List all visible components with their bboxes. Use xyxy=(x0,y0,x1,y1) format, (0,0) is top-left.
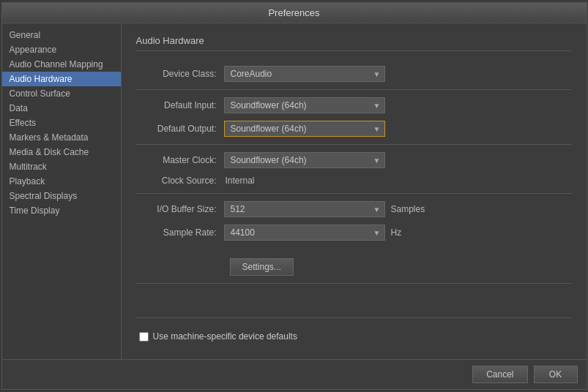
buffer-rate-section: I/O Buffer Size: 512 ▼ Samples Sample Ra… xyxy=(136,194,572,284)
default-input-select-wrap: Soundflower (64ch) ▼ xyxy=(224,97,385,113)
sample-rate-select[interactable]: 44100 xyxy=(224,225,385,241)
sidebar: General Appearance Audio Channel Mapping… xyxy=(2,23,122,359)
buffer-size-label: I/O Buffer Size: xyxy=(136,204,224,214)
device-class-select-wrap: CoreAudio ▼ xyxy=(224,66,385,82)
device-class-section: Device Class: CoreAudio ▼ xyxy=(136,59,572,90)
machine-specific-checkbox[interactable] xyxy=(139,332,149,342)
sidebar-item-general[interactable]: General xyxy=(2,28,121,42)
bottom-section: Use machine-specific device defaults xyxy=(136,317,572,347)
panel-title: Audio Hardware xyxy=(136,35,572,51)
sidebar-item-playback[interactable]: Playback xyxy=(2,174,121,189)
master-clock-label: Master Clock: xyxy=(136,155,224,165)
default-output-select-wrap: Soundflower (64ch) ▼ xyxy=(224,121,385,137)
default-output-select[interactable]: Soundflower (64ch) xyxy=(224,121,385,137)
buffer-size-row: I/O Buffer Size: 512 ▼ Samples xyxy=(136,201,572,217)
ok-button[interactable]: OK xyxy=(534,366,578,383)
clock-section: Master Clock: Soundflower (64ch) ▼ Clock… xyxy=(136,145,572,194)
sidebar-item-audio-channel-mapping[interactable]: Audio Channel Mapping xyxy=(2,57,121,72)
device-class-label: Device Class: xyxy=(136,69,224,79)
clock-source-value: Internal xyxy=(224,176,255,186)
device-class-select[interactable]: CoreAudio xyxy=(224,66,385,82)
sample-rate-select-wrap: 44100 ▼ xyxy=(224,225,385,241)
title-bar: Preferences xyxy=(2,3,587,23)
preferences-dialog: Preferences General Appearance Audio Cha… xyxy=(1,2,587,390)
input-output-section: Default Input: Soundflower (64ch) ▼ Defa… xyxy=(136,90,572,145)
sample-rate-row: Sample Rate: 44100 ▼ Hz xyxy=(136,225,572,241)
sidebar-item-spectral-displays[interactable]: Spectral Displays xyxy=(2,189,121,203)
machine-specific-label: Use machine-specific device defaults xyxy=(153,331,297,342)
settings-button[interactable]: Settings... xyxy=(230,258,294,276)
default-output-row: Default Output: Soundflower (64ch) ▼ xyxy=(136,121,572,137)
clock-source-label: Clock Source: xyxy=(136,176,224,186)
sample-rate-unit: Hz xyxy=(391,227,402,238)
sample-rate-label: Sample Rate: xyxy=(136,227,224,238)
sidebar-item-effects[interactable]: Effects xyxy=(2,116,121,130)
buffer-size-select-wrap: 512 ▼ xyxy=(224,201,385,217)
master-clock-row: Master Clock: Soundflower (64ch) ▼ xyxy=(136,152,572,168)
sidebar-item-data[interactable]: Data xyxy=(2,101,121,116)
checkbox-row: Use machine-specific device defaults xyxy=(136,325,572,347)
master-clock-select[interactable]: Soundflower (64ch) xyxy=(224,152,385,168)
content-area: General Appearance Audio Channel Mapping… xyxy=(2,23,587,359)
default-output-label: Default Output: xyxy=(136,124,224,134)
clock-source-row: Clock Source: Internal xyxy=(136,176,572,186)
spacer xyxy=(136,284,572,317)
default-input-label: Default Input: xyxy=(136,100,224,110)
main-panel: Audio Hardware Device Class: CoreAudio ▼… xyxy=(122,23,587,359)
sidebar-item-appearance[interactable]: Appearance xyxy=(2,42,121,57)
default-input-row: Default Input: Soundflower (64ch) ▼ xyxy=(136,97,572,113)
cancel-button[interactable]: Cancel xyxy=(472,366,527,383)
sidebar-item-control-surface[interactable]: Control Surface xyxy=(2,86,121,101)
sidebar-item-media-disk-cache[interactable]: Media & Disk Cache xyxy=(2,145,121,159)
sidebar-item-markers-metadata[interactable]: Markers & Metadata xyxy=(2,130,121,145)
dialog-title: Preferences xyxy=(268,7,319,18)
buffer-unit: Samples xyxy=(391,204,425,214)
sidebar-item-audio-hardware[interactable]: Audio Hardware xyxy=(2,72,121,86)
buffer-size-select[interactable]: 512 xyxy=(224,201,385,217)
master-clock-select-wrap: Soundflower (64ch) ▼ xyxy=(224,152,385,168)
dialog-footer: Cancel OK xyxy=(2,359,587,389)
default-input-select[interactable]: Soundflower (64ch) xyxy=(224,97,385,113)
sidebar-item-multitrack[interactable]: Multitrack xyxy=(2,159,121,174)
device-class-row: Device Class: CoreAudio ▼ xyxy=(136,66,572,82)
sidebar-item-time-display[interactable]: Time Display xyxy=(2,203,121,218)
